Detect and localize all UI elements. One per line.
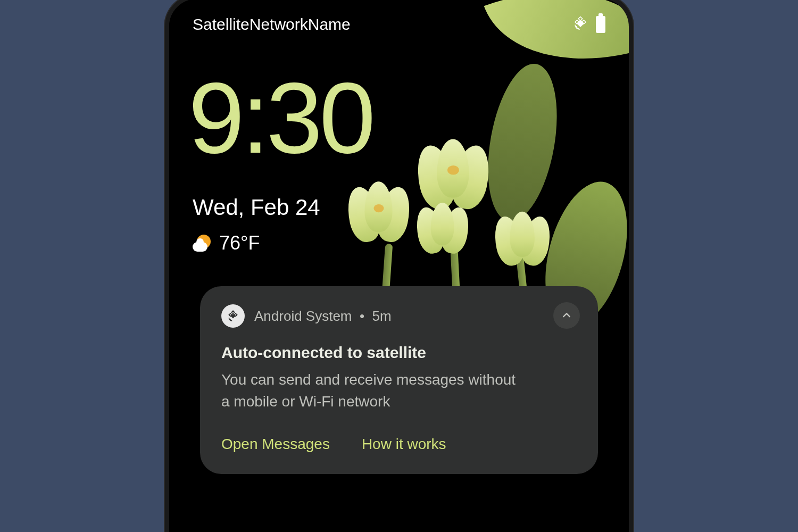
chevron-up-icon bbox=[561, 310, 572, 321]
lockscreen-date: Wed, Feb 24 bbox=[193, 195, 605, 220]
satellite-app-icon bbox=[221, 304, 245, 328]
weather-partly-cloudy-icon bbox=[193, 234, 212, 253]
status-icons bbox=[572, 15, 605, 34]
how-it-works-button[interactable]: How it works bbox=[362, 436, 446, 453]
lockscreen-clock: 9:30 bbox=[188, 67, 605, 168]
notification-card[interactable]: Android System • 5m Auto-connected to sa… bbox=[200, 286, 598, 474]
notification-separator: • bbox=[360, 308, 364, 324]
battery-icon bbox=[596, 16, 605, 33]
network-name-label: SatelliteNetworkName bbox=[193, 15, 351, 34]
notification-time-ago: 5m bbox=[372, 308, 392, 324]
notification-actions: Open Messages How it works bbox=[221, 436, 577, 453]
weather-widget[interactable]: 76°F bbox=[193, 232, 605, 254]
notification-app-name: Android System bbox=[254, 308, 352, 324]
status-bar: SatelliteNetworkName bbox=[193, 14, 605, 35]
notification-title: Auto-connected to satellite bbox=[221, 344, 577, 362]
notification-meta: Android System • 5m bbox=[254, 308, 392, 325]
collapse-button[interactable] bbox=[553, 302, 580, 329]
temperature-label: 76°F bbox=[219, 232, 260, 254]
open-messages-button[interactable]: Open Messages bbox=[221, 436, 330, 453]
phone-frame: SatelliteNetworkName 9:30 Wed, Feb 24 76… bbox=[165, 0, 633, 532]
satellite-icon bbox=[572, 15, 588, 34]
notification-body: You can send and receive messages withou… bbox=[221, 369, 519, 412]
notification-header: Android System • 5m bbox=[221, 304, 577, 328]
